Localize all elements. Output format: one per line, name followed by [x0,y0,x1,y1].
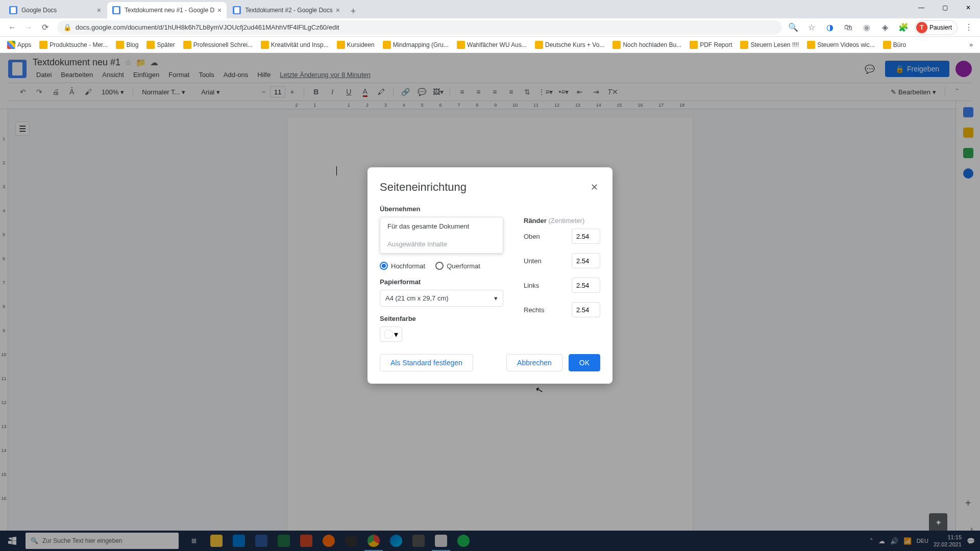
folder-icon [535,41,543,49]
page-color-label: Seitenfarbe [380,315,503,322]
close-window-button[interactable]: ✕ [957,0,980,15]
window-controls: — ▢ ✕ [910,0,980,15]
folder-icon [740,41,748,49]
apply-option-whole[interactable]: Für das gesamte Dokument [380,217,503,235]
bookmark-item[interactable]: PDF Report [687,39,735,51]
browser-tab[interactable]: Textdokument #2 - Google Docs × [228,2,345,18]
margin-left-input[interactable] [572,278,600,293]
folder-icon [612,41,621,49]
bookmark-item[interactable]: Büro [880,39,909,51]
extensions-button[interactable]: 🧩 [896,20,911,35]
folder-icon [383,41,391,49]
bookmark-item[interactable]: Kursideen [334,39,378,51]
url-text: docs.google.com/document/d/1hUH8k6h7Lb8y… [76,23,339,31]
apply-section-label: Übernehmen [380,205,600,213]
folder-icon [690,41,698,49]
extension-icon[interactable]: ◈ [878,20,892,35]
profile-button[interactable]: T Pausiert [915,20,958,35]
chevron-down-icon: ▾ [494,294,498,302]
folder-icon [116,41,124,49]
star-icon[interactable]: ☆ [804,20,819,35]
bookmark-item[interactable]: Mindmapping (Gru... [380,39,452,51]
radio-unchecked-icon [435,262,444,270]
bookmark-item[interactable]: Noch hochladen Bu... [609,39,684,51]
maximize-button[interactable]: ▢ [933,0,957,15]
margin-top-input[interactable] [572,229,600,244]
menu-button[interactable]: ⋮ [962,20,976,35]
bookmark-item[interactable]: Steuern Lesen !!!! [737,39,802,51]
cancel-button[interactable]: Abbrechen [506,354,562,371]
docs-favicon [112,6,120,14]
margin-left-label: Links [524,282,539,289]
tab-title: Google Docs [21,7,94,14]
apps-button[interactable]: Apps [4,39,34,51]
bookmark-item[interactable]: Später [143,39,178,51]
folder-icon [457,41,465,49]
bookmark-item[interactable]: Wahlfächer WU Aus... [454,39,530,51]
margins-label: Ränder (Zentimeter) [524,217,600,224]
tabs-bar: Google Docs × Textdokument neu #1 - Goog… [0,0,980,18]
new-tab-button[interactable]: + [346,4,360,18]
folder-icon [261,41,269,49]
browser-chrome: Google Docs × Textdokument neu #1 - Goog… [0,0,980,53]
browser-tab-active[interactable]: Textdokument neu #1 - Google D × [107,2,227,18]
page-color-select[interactable]: ▾ [380,327,402,342]
margin-top-label: Oben [524,233,540,240]
paper-label: Papierformat [380,278,503,286]
bookmark-overflow[interactable]: » [966,39,976,51]
reload-button[interactable]: ⟳ [37,19,53,36]
close-icon[interactable]: × [217,6,222,14]
tab-title: Textdokument #2 - Google Docs [245,7,332,14]
dialog-title: Seiteneinrichtung [380,181,467,194]
bookmark-item[interactable]: Blog [113,39,141,51]
extension-icon[interactable]: ◉ [860,20,874,35]
folder-icon [146,41,155,49]
minimize-button[interactable]: — [910,0,933,15]
orientation-group: Hochformat Querformat [380,262,503,270]
folder-icon [883,41,891,49]
close-button[interactable]: ✕ [589,180,600,195]
margin-right-input[interactable] [572,302,600,317]
set-default-button[interactable]: Als Standard festlegen [380,354,473,371]
ok-button[interactable]: OK [569,354,600,371]
folder-icon [337,41,345,49]
extension-icon[interactable]: 🛍 [841,20,855,35]
bookmarks-bar: Apps Produktsuche - Mer... Blog Später P… [0,37,980,53]
lock-icon: 🔒 [63,23,71,31]
bookmark-item[interactable]: Steuern Videos wic... [804,39,878,51]
forward-button[interactable]: → [20,19,37,36]
url-input[interactable]: 🔒 docs.google.com/document/d/1hUH8k6h7Lb… [57,20,782,35]
color-swatch [384,330,393,339]
chevron-down-icon: ▾ [394,330,398,339]
page-setup-dialog: Seiteneinrichtung ✕ Übernehmen Für das g… [368,167,612,384]
close-icon[interactable]: × [336,6,340,14]
browser-tab[interactable]: Google Docs × [4,2,106,18]
extension-icon[interactable]: ◑ [823,20,837,35]
bookmark-item[interactable]: Deutsche Kurs + Vo... [532,39,607,51]
paper-size-select[interactable]: A4 (21 cm x 29,7 cm) ▾ [380,290,503,307]
landscape-radio[interactable]: Querformat [435,262,480,270]
margin-right-label: Rechts [524,306,544,314]
address-bar: ← → ⟳ 🔒 docs.google.com/document/d/1hUH8… [0,18,980,37]
docs-favicon [233,6,241,14]
zoom-icon[interactable]: 🔍 [786,20,800,35]
tab-title: Textdokument neu #1 - Google D [125,7,214,14]
bookmark-item[interactable]: Kreativität und Insp... [258,39,332,51]
profile-avatar: T [916,22,927,33]
apps-icon [7,41,15,49]
folder-icon [39,41,47,49]
back-button[interactable]: ← [4,19,20,36]
bookmark-item[interactable]: Produktsuche - Mer... [36,39,111,51]
radio-checked-icon [380,262,388,270]
folder-icon [807,41,815,49]
portrait-radio[interactable]: Hochformat [380,262,425,270]
margin-bottom-label: Unten [524,257,542,265]
apply-dropdown: Für das gesamte Dokument Ausgewählte Inh… [380,217,503,254]
profile-status: Pausiert [929,24,952,31]
close-icon[interactable]: × [97,6,101,14]
margin-bottom-input[interactable] [572,253,600,268]
docs-favicon [9,6,17,14]
bookmark-item[interactable]: Professionell Schrei... [180,39,256,51]
folder-icon [183,41,191,49]
address-bar-icons: 🔍 ☆ ◑ 🛍 ◉ ◈ 🧩 T Pausiert ⋮ [786,20,976,35]
